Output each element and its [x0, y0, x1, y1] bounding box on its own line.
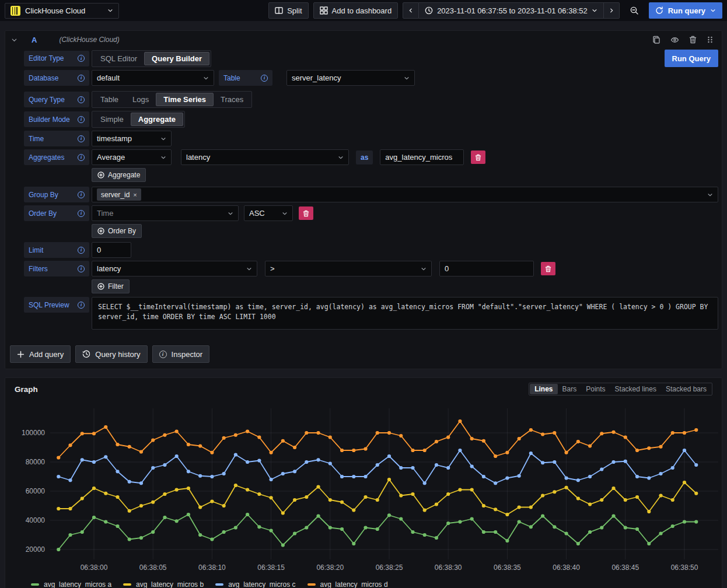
query-type-option-logs[interactable]: Logs [125, 93, 156, 106]
add-to-dashboard-button[interactable]: Add to dashboard [313, 2, 399, 19]
zoom-out-time-button[interactable] [624, 2, 644, 19]
builder-mode-option-simple[interactable]: Simple [93, 113, 131, 126]
query-type-option-table[interactable]: Table [93, 93, 125, 106]
group-by-multiselect[interactable]: server_id × [92, 187, 718, 202]
chart-legend: avg_latency_micros a avg_latency_micros … [5, 577, 722, 588]
graph-mode-points[interactable]: Points [581, 384, 610, 394]
delete-query-icon[interactable] [689, 36, 697, 44]
editor-type-option-query-builder[interactable]: Query Builder [144, 52, 209, 65]
filter-column-select[interactable]: latency [92, 261, 257, 276]
database-select[interactable]: default [92, 70, 214, 86]
legend-item-series-a[interactable]: avg_latency_micros a [31, 580, 111, 588]
time-column-select[interactable]: timestamp [92, 131, 172, 146]
query-type-option-time-series[interactable]: Time Series [156, 93, 214, 106]
add-query-button[interactable]: Add query [10, 345, 71, 363]
add-filter-button[interactable]: Filter [92, 279, 130, 293]
builder-mode-label-text: Builder Mode [29, 116, 70, 124]
svg-text:06:38:50: 06:38:50 [671, 564, 698, 572]
graph-mode-lines[interactable]: Lines [530, 384, 557, 394]
filters-row: Filters latency > [24, 261, 718, 276]
graph-panel: Graph Lines Bars Points Stacked lines St… [5, 377, 722, 588]
trash-icon [545, 265, 551, 272]
sql-preview-label-text: SQL Preview [29, 301, 69, 309]
limit-input[interactable] [92, 242, 131, 258]
filter-value-input[interactable] [439, 261, 534, 276]
remove-order-by-button[interactable] [299, 206, 313, 220]
graph-mode-stacked-lines[interactable]: Stacked lines [610, 384, 661, 394]
aggregate-function-select[interactable]: Average [92, 149, 172, 165]
database-label-text: Database [29, 74, 58, 82]
order-by-label-text: Order By [29, 209, 57, 218]
editor-type-row: Editor Type SQL Editor Query Builder Run… [24, 50, 718, 67]
chart-area: 2000040000600008000010000006:38:0006:38:… [5, 397, 722, 577]
info-icon[interactable] [78, 55, 85, 62]
info-icon[interactable] [78, 302, 85, 309]
legend-swatch [123, 583, 131, 586]
builder-mode-option-aggregate[interactable]: Aggregate [131, 113, 183, 126]
add-order-by-button[interactable]: Order By [92, 224, 142, 238]
query-header: A (ClickHouse Cloud) [5, 31, 722, 48]
info-icon[interactable] [78, 247, 85, 254]
chevron-down-icon [707, 192, 713, 198]
query-ref-id[interactable]: A [32, 36, 37, 44]
table-select[interactable]: server_latency [286, 70, 415, 86]
remove-filter-button[interactable] [541, 262, 555, 275]
run-query-button[interactable]: Run query [649, 2, 722, 19]
info-icon[interactable] [78, 96, 85, 103]
svg-text:06:38:25: 06:38:25 [376, 564, 403, 572]
info-icon[interactable] [78, 116, 85, 123]
graph-mode-bars[interactable]: Bars [558, 384, 582, 394]
query-history-button[interactable]: Query history [75, 345, 147, 363]
aggregates-label-text: Aggregates [29, 153, 64, 162]
query-type-option-traces[interactable]: Traces [214, 93, 250, 106]
aggregate-alias-input[interactable] [380, 149, 464, 165]
datasource-name: ClickHouse Cloud [25, 6, 103, 15]
svg-text:06:38:40: 06:38:40 [553, 564, 580, 572]
legend-item-series-b[interactable]: avg_latency_micros b [123, 580, 204, 588]
collapse-chevron-icon[interactable] [11, 37, 18, 43]
filter-operator-select[interactable]: > [265, 261, 432, 276]
close-x-icon[interactable]: × [133, 191, 137, 198]
chevron-down-icon [592, 8, 597, 13]
add-order-by-row: Order By [24, 224, 718, 238]
time-range-button[interactable]: 2023-11-01 06:37:55 to 2023-11-01 06:38:… [419, 2, 604, 19]
eye-icon[interactable] [670, 36, 679, 44]
order-by-direction-select[interactable]: ASC [244, 205, 293, 221]
drag-handle-icon[interactable] [707, 36, 714, 43]
as-badge: as [356, 150, 373, 164]
graph-mode-stacked-bars[interactable]: Stacked bars [661, 384, 711, 394]
info-icon[interactable] [78, 135, 85, 142]
datasource-picker[interactable]: ClickHouse Cloud [5, 3, 119, 19]
group-by-tag-server-id[interactable]: server_id × [97, 188, 141, 201]
info-icon[interactable] [78, 191, 85, 198]
aggregate-column-select[interactable]: latency [181, 149, 349, 165]
remove-aggregate-button[interactable] [471, 150, 485, 164]
query-editor-panel: A (ClickHouse Cloud) Editor Type SQL Edi… [5, 30, 722, 369]
database-table-row: Database default Table server_latency [24, 70, 718, 86]
split-button[interactable]: Split [268, 2, 308, 19]
order-by-label: Order By [24, 205, 89, 221]
order-by-direction-value: ASC [249, 209, 282, 218]
svg-text:06:38:15: 06:38:15 [257, 564, 285, 572]
add-aggregate-label: Aggregate [108, 171, 140, 179]
table-label: Table [219, 70, 272, 86]
sql-preview-row: SQL Preview SELECT $__timeInterval(times… [24, 297, 718, 330]
add-to-dashboard-icon [320, 6, 328, 15]
plus-circle-icon [97, 283, 104, 290]
info-icon[interactable] [78, 75, 85, 82]
info-icon[interactable] [78, 265, 85, 272]
inspector-button[interactable]: Inspector [152, 345, 209, 363]
info-icon[interactable] [78, 210, 85, 217]
info-icon[interactable] [78, 154, 85, 161]
editor-run-query-button[interactable]: Run Query [665, 50, 718, 67]
copy-query-icon[interactable] [652, 36, 660, 44]
legend-item-series-d[interactable]: avg_latency_micros d [307, 580, 388, 588]
plus-circle-icon [97, 228, 104, 235]
info-icon[interactable] [261, 75, 268, 82]
time-forward-button[interactable] [604, 2, 620, 19]
legend-item-series-c[interactable]: avg_latency_micros c [215, 580, 295, 588]
editor-type-option-sql-editor[interactable]: SQL Editor [93, 52, 144, 65]
time-back-button[interactable] [403, 2, 419, 19]
add-aggregate-button[interactable]: Aggregate [92, 168, 146, 182]
order-by-field-select[interactable]: Time [92, 205, 239, 221]
